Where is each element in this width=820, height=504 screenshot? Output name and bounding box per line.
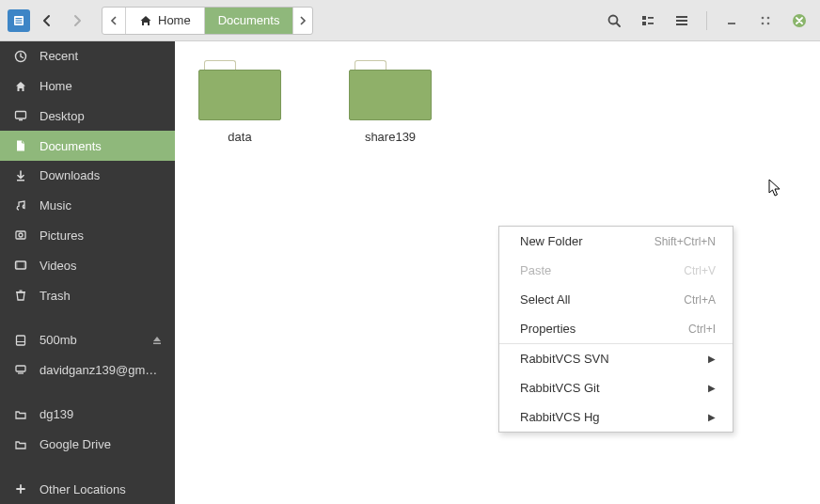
sidebar-item-label: Downloads <box>39 168 162 182</box>
context-menu-rabbitvcs-hg[interactable]: RabbitVCS Hg ▶ <box>499 402 733 432</box>
sidebar-item-label: dg139 <box>39 407 162 421</box>
svg-rect-6 <box>642 16 646 20</box>
hamburger-icon <box>674 13 689 28</box>
divider <box>706 11 707 30</box>
sidebar-item-documents[interactable]: Documents <box>0 131 175 161</box>
menu-button[interactable] <box>669 8 695 34</box>
app-icon <box>8 9 30 32</box>
sidebar-bookmark-googledrive[interactable]: Google Drive <box>0 430 175 460</box>
toolbar-right <box>601 8 812 34</box>
sidebar-item-label: 500mb <box>39 333 141 347</box>
svg-rect-3 <box>16 22 23 23</box>
sidebar-item-recent[interactable]: Recent <box>0 41 175 71</box>
breadcrumb-forward-icon[interactable] <box>293 8 312 34</box>
chevron-right-icon: ▶ <box>708 354 716 364</box>
sidebar-item-downloads[interactable]: Downloads <box>0 161 175 191</box>
svg-rect-13 <box>728 23 735 24</box>
svg-rect-30 <box>17 336 25 345</box>
sidebar-item-trash[interactable]: Trash <box>0 280 175 310</box>
svg-line-5 <box>617 23 621 26</box>
svg-rect-28 <box>16 291 25 292</box>
clock-icon <box>13 50 28 63</box>
sidebar-item-pictures[interactable]: Pictures <box>0 221 175 251</box>
sidebar-item-label: Home <box>39 79 162 93</box>
music-icon <box>13 199 28 213</box>
svg-point-24 <box>19 233 23 237</box>
svg-rect-9 <box>648 23 654 24</box>
folder-data[interactable]: data <box>188 60 292 144</box>
forward-button[interactable] <box>64 8 90 34</box>
context-menu-shortcut: Ctrl+I <box>688 323 716 336</box>
sidebar-mount-remote[interactable]: davidganz139@gm… <box>0 354 175 385</box>
context-menu: New Folder Shift+Ctrl+N Paste Ctrl+V Sel… <box>498 226 733 433</box>
sidebar-item-label: Google Drive <box>39 437 162 451</box>
sidebar-bookmark-dg139[interactable]: dg139 <box>0 400 175 430</box>
eject-icon[interactable] <box>152 336 162 345</box>
svg-rect-1 <box>16 18 23 19</box>
context-menu-shortcut: Ctrl+A <box>684 293 716 307</box>
grid-icon <box>640 13 655 28</box>
context-menu-rabbitvcs-svn[interactable]: RabbitVCS SVN ▶ <box>499 344 733 373</box>
disk-icon <box>13 334 28 347</box>
sidebar-item-desktop[interactable]: Desktop <box>0 102 175 132</box>
svg-rect-2 <box>16 20 23 21</box>
trash-icon <box>13 289 28 302</box>
context-menu-properties[interactable]: Properties Ctrl+I <box>499 314 733 343</box>
folder-label: share139 <box>365 130 416 144</box>
window-minimize[interactable] <box>718 8 745 34</box>
main: Recent Home Desktop Documents Downloads … <box>0 41 820 504</box>
view-toggle-button[interactable] <box>635 8 661 34</box>
sidebar-item-label: Videos <box>39 259 162 273</box>
search-icon <box>607 13 622 28</box>
svg-rect-29 <box>20 291 23 291</box>
sidebar: Recent Home Desktop Documents Downloads … <box>0 41 175 504</box>
svg-rect-27 <box>24 261 26 269</box>
svg-rect-23 <box>16 231 25 239</box>
breadcrumb-current[interactable]: Documents <box>205 8 294 34</box>
document-icon <box>13 139 28 152</box>
folder-icon <box>198 60 281 120</box>
sidebar-item-label: Documents <box>39 139 162 153</box>
svg-rect-10 <box>676 16 687 18</box>
content-area[interactable]: data share139 New Folder Shift+Ctrl+N Pa… <box>175 41 820 504</box>
sidebar-item-music[interactable]: Music <box>0 191 175 221</box>
window-maximize[interactable] <box>752 8 779 34</box>
svg-rect-12 <box>676 24 687 25</box>
videos-icon <box>13 259 28 272</box>
context-menu-label: RabbitVCS Git <box>520 381 600 395</box>
sidebar-other-locations[interactable]: Other Locations <box>0 474 175 504</box>
svg-rect-31 <box>17 341 25 342</box>
svg-point-15 <box>767 16 770 19</box>
sidebar-item-label: Other Locations <box>39 482 162 496</box>
folder-icon <box>13 408 28 421</box>
svg-rect-32 <box>153 342 161 344</box>
chevron-right-icon: ▶ <box>708 383 716 393</box>
window-close[interactable] <box>786 8 812 34</box>
sidebar-mount-500mb[interactable]: 500mb <box>0 325 175 355</box>
search-button[interactable] <box>601 8 627 34</box>
back-button[interactable] <box>34 8 60 34</box>
breadcrumb-home[interactable]: Home <box>126 8 205 34</box>
folder-share139[interactable]: share139 <box>339 60 442 144</box>
context-menu-label: RabbitVCS Hg <box>520 410 600 424</box>
toolbar: Home Documents <box>0 0 820 41</box>
svg-rect-11 <box>676 20 687 22</box>
context-menu-select-all[interactable]: Select All Ctrl+A <box>499 285 733 314</box>
pictures-icon <box>13 228 28 242</box>
context-menu-new-folder[interactable]: New Folder Shift+Ctrl+N <box>499 227 733 256</box>
sidebar-item-videos[interactable]: Videos <box>0 250 175 280</box>
plus-icon <box>13 482 28 496</box>
context-menu-rabbitvcs-git[interactable]: RabbitVCS Git ▶ <box>499 373 733 402</box>
context-menu-label: New Folder <box>520 234 582 248</box>
svg-rect-20 <box>16 112 26 119</box>
breadcrumb-back-icon[interactable] <box>102 8 126 34</box>
svg-rect-26 <box>16 261 18 269</box>
context-menu-label: Select All <box>520 292 570 307</box>
maximize-icon <box>760 15 771 26</box>
toolbar-left: Home Documents <box>8 7 313 35</box>
sidebar-gap <box>0 310 175 325</box>
home-icon <box>13 80 28 93</box>
sidebar-gap <box>0 459 175 474</box>
sidebar-item-home[interactable]: Home <box>0 71 175 102</box>
context-menu-shortcut: Ctrl+V <box>684 264 716 277</box>
